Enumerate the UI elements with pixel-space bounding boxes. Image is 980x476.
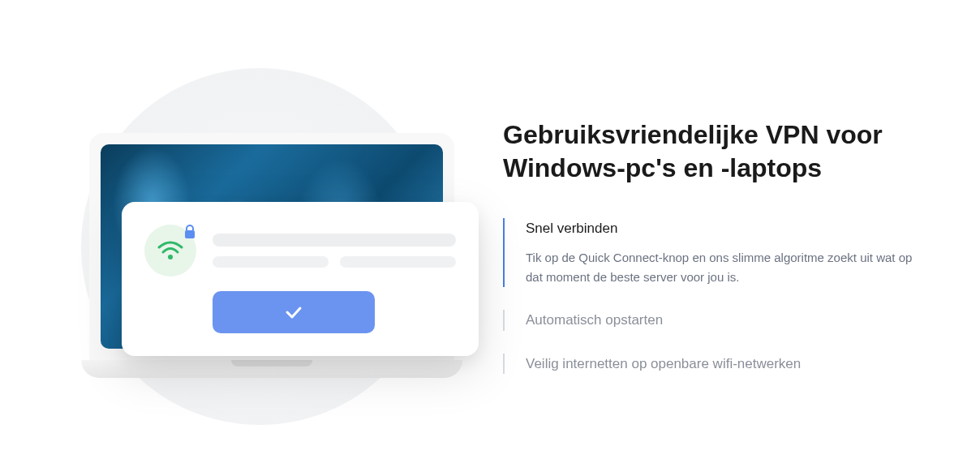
feature-title: Veilig internetten op openbare wifi-netw…: [526, 354, 931, 375]
svg-rect-1: [185, 230, 195, 238]
laptop-base: [81, 360, 462, 378]
lock-icon: [182, 223, 198, 241]
feature-accordion: Snel verbinden Tik op de Quick Connect-k…: [503, 218, 931, 375]
wifi-icon: [156, 236, 185, 265]
svg-point-0: [168, 255, 173, 259]
feature-description: Tik op de Quick Connect-knop en ons slim…: [526, 248, 931, 287]
feature-item-quick-connect[interactable]: Snel verbinden Tik op de Quick Connect-k…: [503, 218, 931, 288]
card-text-placeholder: [213, 234, 456, 268]
placeholder-line: [340, 256, 456, 268]
laptop-notch: [231, 360, 312, 367]
section-heading: Gebruiksvriendelijke VPN voor Windows-pc…: [503, 118, 931, 186]
feature-item-auto-start[interactable]: Automatisch opstarten: [503, 310, 931, 331]
connect-button[interactable]: [213, 291, 375, 333]
card-header-row: [144, 225, 456, 277]
feature-title: Automatisch opstarten: [526, 310, 931, 331]
placeholder-line-group: [213, 256, 456, 268]
placeholder-line: [213, 256, 329, 268]
main-container: Gebruiksvriendelijke VPN voor Windows-pc…: [49, 44, 931, 433]
wifi-status-icon: [144, 225, 196, 277]
placeholder-line: [213, 234, 456, 247]
feature-title: Snel verbinden: [526, 218, 931, 239]
illustration: [49, 44, 438, 433]
feature-item-public-wifi[interactable]: Veilig internetten op openbare wifi-netw…: [503, 354, 931, 375]
content-section: Gebruiksvriendelijke VPN voor Windows-pc…: [503, 102, 931, 375]
connection-card: [122, 202, 479, 356]
checkmark-icon: [282, 301, 305, 324]
